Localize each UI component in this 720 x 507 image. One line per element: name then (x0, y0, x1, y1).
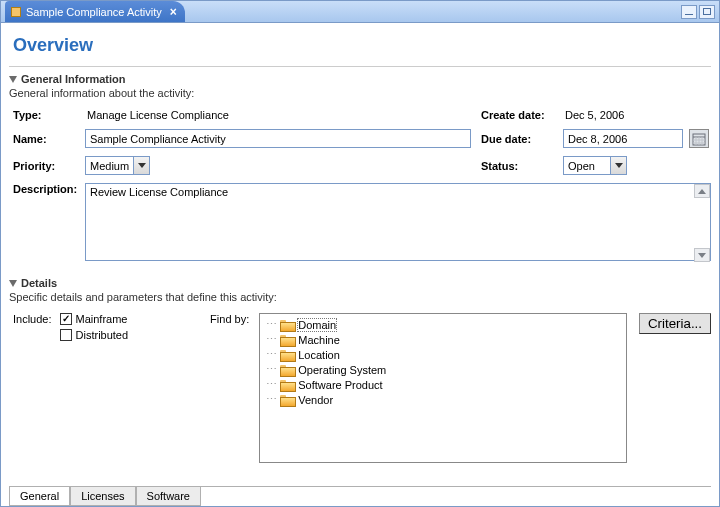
minimize-button[interactable] (681, 5, 697, 19)
name-input[interactable] (85, 129, 471, 148)
editor-titlebar: Sample Compliance Activity × (1, 1, 719, 23)
label-status: Status: (477, 160, 557, 172)
description-textarea[interactable] (85, 183, 711, 261)
label-description: Description: (9, 183, 79, 195)
status-select[interactable]: Open (563, 156, 627, 175)
section-heading-text: General Information (21, 73, 126, 85)
section-details: Details Specific details and parameters … (9, 277, 711, 463)
tree-item-machine[interactable]: ⋯Machine (264, 332, 622, 347)
chevron-down-icon (138, 163, 146, 168)
label-name: Name: (9, 133, 79, 145)
tab-licenses[interactable]: Licenses (70, 487, 135, 506)
label-due-date: Due date: (477, 133, 557, 145)
dropdown-button[interactable] (133, 157, 149, 174)
tab-general[interactable]: General (9, 487, 70, 506)
label-findby: Find by: (210, 313, 251, 463)
criteria-button[interactable]: Criteria... (639, 313, 711, 334)
label-include: Include: (9, 313, 52, 463)
page-title: Overview (9, 29, 711, 67)
section-header-general[interactable]: General Information (9, 73, 711, 85)
due-date-input[interactable] (563, 129, 683, 148)
label-priority: Priority: (9, 160, 79, 172)
value-create-date: Dec 5, 2006 (563, 109, 683, 121)
tree-item-location[interactable]: ⋯Location (264, 347, 622, 362)
include-distributed-row[interactable]: Distributed (60, 329, 129, 341)
tree-item-operating-system[interactable]: ⋯Operating System (264, 362, 622, 377)
value-type: Manage License Compliance (85, 109, 471, 121)
priority-select-value: Medium (86, 157, 133, 174)
label-type: Type: (9, 109, 79, 121)
details-body: Include: Mainframe Distributed Find by: (9, 313, 711, 463)
label-create-date: Create date: (477, 109, 557, 121)
folder-icon (280, 334, 294, 345)
checkbox-label: Distributed (76, 329, 129, 341)
section-subtext: General information about the activity: (9, 87, 711, 99)
tree-item-vendor[interactable]: ⋯Vendor (264, 392, 622, 407)
activity-icon (11, 7, 21, 17)
activity-editor-window: Sample Compliance Activity × Overview Ge… (0, 0, 720, 507)
date-picker-button[interactable] (689, 129, 709, 148)
section-header-details[interactable]: Details (9, 277, 711, 289)
checkbox-label: Mainframe (76, 313, 128, 325)
expand-toggle-icon (9, 280, 17, 287)
findby-column: Find by: ⋯Domain ⋯Machine ⋯Location ⋯Ope… (210, 313, 627, 463)
editor-tab-active[interactable]: Sample Compliance Activity × (5, 1, 185, 22)
editor-content: Overview General Information General inf… (1, 23, 719, 506)
section-subtext: Specific details and parameters that def… (9, 291, 711, 303)
folder-icon (280, 349, 294, 360)
folder-icon (280, 364, 294, 375)
dropdown-button[interactable] (610, 157, 626, 174)
general-form-grid: Type: Manage License Compliance Create d… (9, 109, 711, 263)
include-column: Include: Mainframe Distributed (9, 313, 128, 463)
findby-tree[interactable]: ⋯Domain ⋯Machine ⋯Location ⋯Operating Sy… (259, 313, 627, 463)
section-heading-text: Details (21, 277, 57, 289)
criteria-column: Criteria... (639, 313, 711, 463)
editor-tab-label: Sample Compliance Activity (26, 6, 162, 18)
priority-select[interactable]: Medium (85, 156, 150, 175)
folder-icon (280, 379, 294, 390)
chevron-down-icon (615, 163, 623, 168)
tree-item-software-product[interactable]: ⋯Software Product (264, 377, 622, 392)
status-select-value: Open (564, 157, 610, 174)
tree-item-domain[interactable]: ⋯Domain (264, 317, 622, 332)
calendar-icon (692, 132, 706, 146)
include-mainframe-row[interactable]: Mainframe (60, 313, 129, 325)
maximize-button[interactable] (699, 5, 715, 19)
checkbox-distributed[interactable] (60, 329, 72, 341)
bottom-tab-bar: General Licenses Software (9, 486, 711, 506)
folder-icon (280, 319, 294, 330)
checkbox-mainframe[interactable] (60, 313, 72, 325)
close-icon[interactable]: × (170, 5, 177, 19)
tab-software[interactable]: Software (136, 487, 201, 506)
section-general-information: General Information General information … (9, 73, 711, 263)
folder-icon (280, 394, 294, 405)
expand-toggle-icon (9, 76, 17, 83)
